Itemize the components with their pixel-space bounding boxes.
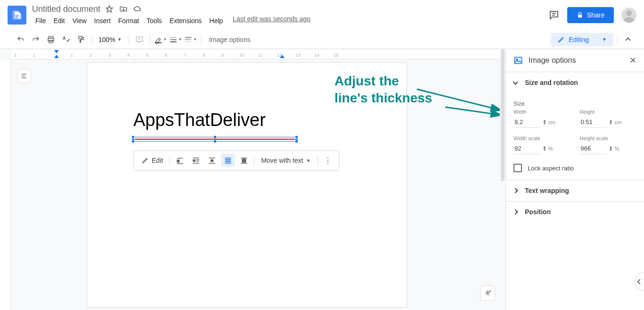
user-avatar[interactable]: [621, 8, 636, 23]
wrap-break-button[interactable]: [205, 154, 219, 167]
docs-logo[interactable]: [8, 6, 26, 25]
resize-handle[interactable]: [213, 140, 217, 143]
explore-button[interactable]: [480, 285, 495, 301]
section-text-wrapping[interactable]: Text wrapping: [506, 180, 644, 201]
section-position[interactable]: Position: [506, 201, 644, 222]
svg-rect-35: [226, 159, 230, 162]
document-outline-button[interactable]: [17, 69, 31, 83]
svg-rect-32: [209, 163, 215, 164]
width-scale-label: Width scale: [514, 135, 571, 141]
image-options-toolbar-label[interactable]: Image options: [209, 36, 251, 43]
cloud-status-icon[interactable]: [133, 5, 142, 13]
width-spinner[interactable]: ▲▼: [543, 119, 546, 125]
width-label: Width: [514, 109, 571, 115]
svg-rect-1: [15, 15, 18, 16]
height-scale-spinner[interactable]: ▲▼: [609, 146, 613, 151]
svg-rect-39: [242, 159, 246, 162]
undo-button[interactable]: [14, 33, 27, 46]
document-body-text[interactable]: AppsThatDeliver: [133, 110, 266, 130]
sidebar-title: Image options: [529, 56, 624, 65]
height-input[interactable]: [580, 117, 607, 128]
border-color-button[interactable]: ▼: [154, 33, 167, 46]
menu-help[interactable]: Help: [206, 15, 226, 26]
svg-point-6: [626, 10, 632, 16]
paint-format-button[interactable]: [74, 33, 88, 46]
wrap-text-button[interactable]: [189, 154, 203, 167]
svg-rect-27: [196, 159, 199, 160]
svg-rect-2: [15, 17, 18, 17]
ctx-edit-button[interactable]: Edit: [138, 155, 167, 166]
hide-menus-button[interactable]: [621, 33, 635, 46]
svg-rect-40: [241, 163, 247, 164]
share-button[interactable]: Share: [567, 7, 614, 23]
svg-rect-33: [225, 158, 231, 159]
menu-view[interactable]: View: [69, 15, 90, 26]
close-sidebar-button[interactable]: ✕: [629, 55, 636, 66]
resize-handle[interactable]: [213, 135, 217, 139]
height-scale-input[interactable]: [580, 143, 607, 154]
selected-horizontal-line[interactable]: [133, 137, 296, 141]
last-edit-link[interactable]: Last edit was seconds ago: [233, 15, 310, 26]
move-with-text-dropdown[interactable]: Move with text ▼: [257, 155, 314, 166]
svg-rect-24: [177, 163, 183, 164]
svg-rect-29: [193, 163, 199, 164]
add-comment-button[interactable]: [133, 33, 146, 46]
svg-rect-37: [225, 163, 231, 164]
redo-button[interactable]: [29, 33, 42, 46]
svg-rect-12: [155, 42, 162, 43]
wrap-infront-button[interactable]: [237, 154, 251, 167]
lock-aspect-label: Lock aspect ratio: [528, 165, 574, 172]
svg-rect-30: [209, 158, 215, 159]
lock-aspect-checkbox[interactable]: [514, 164, 522, 172]
svg-rect-28: [196, 161, 199, 162]
border-weight-button[interactable]: ▼: [169, 33, 182, 46]
editing-mode-dropdown[interactable]: Editing ▼: [551, 33, 613, 46]
height-scale-label: Height scale: [580, 135, 637, 141]
wrap-inline-button[interactable]: [173, 154, 187, 167]
wrap-behind-button[interactable]: [221, 154, 235, 167]
ctx-more-button[interactable]: ⋮: [321, 154, 335, 167]
svg-rect-10: [79, 36, 82, 39]
height-spinner[interactable]: ▲▼: [609, 119, 613, 125]
move-folder-icon[interactable]: [119, 5, 128, 13]
pencil-icon: [557, 36, 565, 43]
image-options-sidebar: Image options ✕ Size and rotation Size W…: [505, 49, 644, 310]
side-panel-toggle[interactable]: [635, 272, 644, 291]
menu-format[interactable]: Format: [115, 15, 142, 26]
border-dash-button[interactable]: ▼: [184, 33, 197, 46]
vertical-scrollbar[interactable]: [500, 49, 505, 310]
menu-extensions[interactable]: Extensions: [166, 15, 205, 26]
spellcheck-button[interactable]: [59, 33, 73, 46]
resize-handle[interactable]: [131, 140, 135, 143]
width-scale-spinner[interactable]: ▲▼: [543, 146, 546, 151]
menu-tools[interactable]: Tools: [143, 15, 165, 26]
document-canvas[interactable]: 2 1 1 2 3 4 5 6 7 8 9 10 11 12 13 14 15 …: [0, 49, 505, 310]
svg-rect-36: [225, 161, 231, 162]
menu-insert[interactable]: Insert: [91, 15, 114, 26]
height-label: Height: [580, 109, 637, 115]
svg-rect-38: [241, 158, 247, 159]
horizontal-ruler[interactable]: 2 1 1 2 3 4 5 6 7 8 9 10 11 12 13 14 15: [11, 49, 500, 59]
svg-rect-3: [15, 18, 17, 18]
comment-history-icon[interactable]: [548, 9, 560, 21]
width-input[interactable]: [514, 117, 541, 128]
svg-rect-31: [211, 159, 213, 162]
print-button[interactable]: [44, 33, 57, 46]
section-size-rotation[interactable]: Size and rotation: [506, 72, 644, 93]
zoom-dropdown[interactable]: 100% ▼: [96, 34, 125, 45]
svg-line-42: [445, 107, 502, 115]
svg-rect-25: [193, 158, 199, 159]
svg-rect-26: [193, 159, 195, 162]
document-title[interactable]: Untitled document: [32, 4, 100, 14]
resize-handle[interactable]: [295, 140, 298, 143]
menu-file[interactable]: File: [32, 15, 49, 26]
width-scale-input[interactable]: [514, 143, 541, 154]
menu-edit[interactable]: Edit: [50, 15, 68, 26]
svg-rect-22: [177, 158, 183, 159]
svg-rect-43: [515, 57, 522, 63]
annotation-arrow-icon: [443, 103, 505, 122]
star-icon[interactable]: [105, 5, 114, 13]
size-label: Size: [514, 101, 636, 107]
vertical-ruler[interactable]: [0, 59, 11, 310]
pencil-icon: [141, 157, 149, 164]
